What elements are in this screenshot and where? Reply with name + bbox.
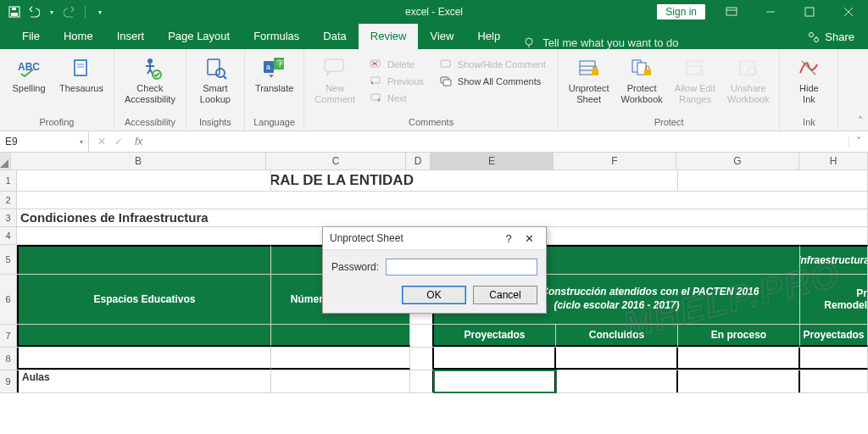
undo-dropdown-icon[interactable]: ▾ bbox=[44, 4, 59, 19]
tab-file[interactable]: File bbox=[10, 24, 52, 49]
unprotect-sheet-button[interactable]: Unprotect Sheet bbox=[565, 53, 613, 107]
row-header-1[interactable]: 1 bbox=[0, 170, 17, 192]
spelling-button[interactable]: ABCSpelling bbox=[7, 53, 51, 96]
row-header-9[interactable]: 9 bbox=[0, 370, 17, 393]
name-box[interactable]: E9▾ bbox=[0, 131, 89, 152]
hdr-remodel: Remodel bbox=[824, 299, 867, 311]
formula-input[interactable] bbox=[154, 131, 849, 152]
share-button[interactable]: Share bbox=[794, 25, 868, 49]
show-hide-comment-button: Show/Hide Comment bbox=[434, 56, 551, 73]
svg-rect-6 bbox=[805, 8, 814, 16]
close-icon[interactable]: ✕ bbox=[519, 232, 539, 245]
svg-line-48 bbox=[802, 61, 815, 75]
group-accessibility: Check Accessibility Accessibility bbox=[114, 49, 186, 131]
maximize-icon[interactable] bbox=[790, 0, 829, 24]
svg-line-22 bbox=[224, 76, 226, 79]
group-label: Ink bbox=[803, 117, 815, 129]
ribbon-display-icon[interactable] bbox=[712, 0, 751, 24]
expand-formula-icon[interactable]: ˅ bbox=[849, 136, 868, 147]
group-proofing: ABCSpelling Thesaurus Proofing bbox=[0, 49, 114, 131]
select-all-corner[interactable] bbox=[0, 153, 11, 170]
group-label: Language bbox=[253, 117, 295, 129]
hdr-ciclo: (ciclo escolar 2016 - 2017) bbox=[554, 299, 679, 313]
svg-rect-2 bbox=[12, 8, 16, 10]
tab-page-layout[interactable]: Page Layout bbox=[156, 24, 242, 49]
sheet-subtitle: Condiciones de Infraestructura bbox=[17, 209, 868, 226]
delete-comment-button: Delete bbox=[364, 56, 429, 73]
unprotect-dialog: Unprotect Sheet ? ✕ Password: OK Cancel bbox=[322, 226, 547, 314]
row-header-8[interactable]: 8 bbox=[0, 348, 17, 370]
tab-data[interactable]: Data bbox=[311, 24, 358, 49]
hdr-infra: Infraestructura bbox=[800, 245, 868, 274]
row-header-6[interactable]: 6 bbox=[0, 275, 17, 325]
selected-cell[interactable] bbox=[434, 370, 556, 392]
new-comment-button: New Comment bbox=[311, 53, 359, 107]
hide-ink-button[interactable]: Hide Ink bbox=[787, 53, 831, 107]
close-icon[interactable] bbox=[829, 0, 868, 24]
svg-rect-35 bbox=[443, 80, 451, 86]
svg-rect-20 bbox=[208, 59, 220, 75]
redo-icon[interactable] bbox=[63, 4, 78, 19]
cell-aulas: Aulas bbox=[17, 370, 271, 392]
collapse-ribbon-icon[interactable]: ˄ bbox=[858, 115, 863, 127]
check-accessibility-button[interactable]: Check Accessibility bbox=[121, 53, 179, 107]
hdr-espacios: Espacios Educativos bbox=[17, 275, 271, 324]
group-language: a字Translate Language bbox=[245, 49, 304, 131]
help-icon[interactable]: ? bbox=[498, 232, 519, 245]
ok-button[interactable]: OK bbox=[402, 286, 466, 304]
group-protect: Unprotect Sheet Protect Workbook Allow E… bbox=[559, 49, 781, 131]
enter-formula-icon: ✓ bbox=[114, 136, 123, 147]
minimize-icon[interactable] bbox=[751, 0, 790, 24]
sheet-title: RESUMEN GENERAL DE LA ENTIDAD bbox=[271, 171, 414, 190]
column-headers: BCDEFGH bbox=[0, 153, 868, 170]
col-header-G[interactable]: G bbox=[676, 153, 799, 170]
col-header-B[interactable]: B bbox=[11, 153, 266, 170]
col-header-C[interactable]: C bbox=[266, 153, 406, 170]
svg-point-11 bbox=[810, 32, 814, 36]
fx-icon[interactable]: fx bbox=[131, 136, 146, 147]
thesaurus-button[interactable]: Thesaurus bbox=[56, 53, 107, 96]
previous-comment-button: Previous bbox=[364, 73, 429, 90]
tab-view[interactable]: View bbox=[418, 24, 465, 49]
row-header-2[interactable]: 2 bbox=[0, 192, 17, 209]
chevron-down-icon[interactable]: ▾ bbox=[80, 138, 83, 146]
tab-help[interactable]: Help bbox=[465, 24, 512, 49]
protect-workbook-button[interactable]: Protect Workbook bbox=[617, 53, 665, 107]
svg-rect-27 bbox=[325, 59, 343, 71]
row-header-5[interactable]: 5 bbox=[0, 245, 17, 275]
col-header-D[interactable]: D bbox=[406, 153, 431, 170]
group-label: Proofing bbox=[40, 117, 75, 129]
tab-home[interactable]: Home bbox=[52, 24, 105, 49]
tell-me[interactable]: Tell me what you want to do bbox=[512, 36, 688, 49]
col-header-F[interactable]: F bbox=[554, 153, 676, 170]
password-input[interactable] bbox=[386, 259, 537, 275]
title-bar: ▾ ▾ excel - Excel Sign in bbox=[0, 0, 868, 24]
svg-point-9 bbox=[526, 38, 532, 45]
group-label: Comments bbox=[409, 117, 453, 129]
tab-formulas[interactable]: Formulas bbox=[242, 24, 311, 49]
ribbon: ABCSpelling Thesaurus Proofing Check Acc… bbox=[0, 49, 868, 131]
tab-review[interactable]: Review bbox=[359, 24, 419, 49]
group-label: Protect bbox=[654, 117, 684, 129]
group-insights: Smart Lookup Insights bbox=[186, 49, 245, 131]
row-header-3[interactable]: 3 bbox=[0, 209, 17, 227]
app-window: ▾ ▾ excel - Excel Sign in FileHomeInsert… bbox=[0, 0, 868, 434]
translate-button[interactable]: a字Translate bbox=[252, 53, 297, 96]
show-all-comments-button[interactable]: Show All Comments bbox=[434, 73, 551, 90]
save-icon[interactable] bbox=[7, 4, 22, 19]
col-header-H[interactable]: H bbox=[799, 153, 868, 170]
hdr-concluidos: Concluidos bbox=[556, 325, 678, 347]
row-header-4[interactable]: 4 bbox=[0, 227, 17, 245]
ribbon-tabs: FileHomeInsertPage LayoutFormulasDataRev… bbox=[0, 24, 868, 49]
undo-icon[interactable] bbox=[25, 4, 41, 19]
group-ink: Hide Ink Ink bbox=[780, 49, 838, 131]
smart-lookup-button[interactable]: Smart Lookup bbox=[193, 53, 237, 107]
cancel-button[interactable]: Cancel bbox=[473, 286, 537, 304]
tab-insert[interactable]: Insert bbox=[105, 24, 157, 49]
col-header-E[interactable]: E bbox=[431, 153, 554, 170]
signin-button[interactable]: Sign in bbox=[657, 4, 705, 19]
row-header-7[interactable]: 7 bbox=[0, 325, 17, 348]
svg-text:a: a bbox=[266, 63, 270, 71]
qat-customize-icon[interactable]: ▾ bbox=[92, 4, 108, 19]
group-label: Accessibility bbox=[125, 117, 175, 129]
